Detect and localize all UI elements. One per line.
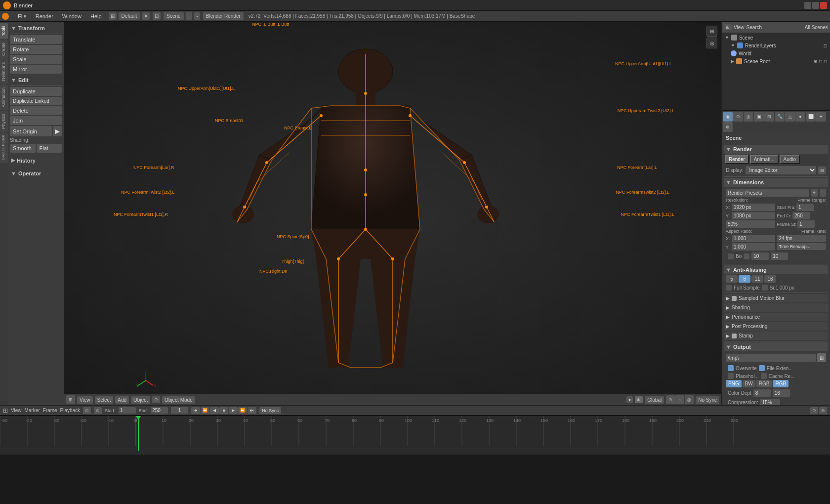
scene-add[interactable]: + (186, 12, 193, 20)
frame-step-input[interactable] (797, 220, 815, 228)
prop-tab-object[interactable]: ▣ (754, 112, 764, 122)
object-button[interactable]: Object (131, 396, 150, 404)
render-menu[interactable]: Render (32, 12, 57, 20)
delete-button[interactable]: Delete (10, 106, 62, 115)
flat-button[interactable]: Flat (37, 144, 62, 153)
viewport-canvas[interactable]: NPC UpperArm[Ulat1][Ut1].L NPC UpperArm[… (64, 22, 721, 405)
outliner-renderlayers[interactable]: ▼ RenderLayers ◻ (723, 42, 829, 49)
color-depth-input[interactable] (753, 389, 771, 397)
prop-tab-constraint[interactable]: ⊞ (764, 112, 774, 122)
global-button[interactable]: Global (645, 396, 664, 404)
set-origin-button[interactable]: Set Origin (10, 126, 52, 136)
view-full-btn[interactable]: ⊞ (706, 26, 717, 37)
prop-tab-texture[interactable]: ⬜ (806, 112, 816, 122)
view-button[interactable]: View (77, 396, 93, 404)
color-depth-input2[interactable] (773, 389, 790, 397)
aspect-x-input[interactable] (732, 235, 775, 242)
duplicate-linked-button[interactable]: Duplicate Linked (10, 97, 62, 105)
translate-button[interactable]: Translate (10, 35, 62, 44)
end-input[interactable] (151, 407, 168, 414)
play-btn[interactable]: ▶ (229, 407, 238, 414)
timeline-icon-btn[interactable]: ⊙ (83, 407, 91, 414)
snap-icon[interactable]: ⊙ (666, 395, 675, 404)
fps-input[interactable] (777, 235, 827, 242)
window-menu[interactable]: Window (58, 12, 85, 20)
rgba-btn[interactable]: RGB (773, 380, 788, 387)
outliner-sceneroot[interactable]: ▶ Scene Root ⊕ ◻ ◻ (723, 57, 829, 65)
pivot-icon[interactable]: ⊕ (635, 396, 643, 403)
timeline-body[interactable]: -50 -40 -30 -20 -10 0 10 (0, 416, 830, 455)
minimize-button[interactable] (804, 2, 811, 9)
view-camera-btn[interactable]: ◎ (706, 38, 717, 48)
engine-selector[interactable]: Blender Render (203, 12, 244, 20)
resolution-y-input[interactable] (732, 212, 775, 219)
post-processing-row[interactable]: ▶ Post Processing (724, 322, 828, 331)
close-button[interactable] (820, 2, 827, 9)
start-input[interactable] (119, 407, 136, 414)
operator-section-header[interactable]: ▼ Operator (10, 169, 62, 178)
outliner-search-label[interactable]: Search (747, 25, 762, 30)
prop-tab-modifier[interactable]: 🔧 (775, 112, 785, 122)
overwrite-checkbox[interactable] (728, 365, 734, 371)
presets-del-btn[interactable]: - (820, 189, 826, 197)
scene-selector[interactable]: Scene (164, 12, 183, 20)
render-tab-audio[interactable]: Audio (780, 155, 800, 164)
timeline-icon2-btn[interactable]: ⊙ (94, 407, 102, 414)
proportional-icon[interactable]: ◎ (685, 395, 694, 404)
statusbar-icon-2[interactable]: ⊛ (819, 407, 827, 414)
viewport[interactable]: User Persp (64, 22, 721, 405)
no-sync-button[interactable]: No Sync (696, 396, 719, 404)
render-section-header[interactable]: ▼ Render (724, 145, 828, 154)
aa-5[interactable]: 5 (726, 275, 738, 283)
tab-physics[interactable]: Physics (0, 111, 8, 132)
display-select[interactable]: Image Editor (746, 166, 816, 174)
no-sync-status-btn[interactable]: No Sync (259, 407, 281, 414)
tab-grease-pencil[interactable]: Grease Pencil (0, 132, 8, 163)
anti-aliasing-header[interactable]: ▼ Anti-Aliasing (724, 265, 828, 274)
tab-tools[interactable]: Tools (0, 23, 8, 39)
mode-button[interactable]: Object Mode (162, 396, 195, 404)
stamp-row[interactable]: ▶ Stamp (724, 332, 828, 340)
snap-icon2[interactable]: ↕ (675, 395, 684, 404)
outliner-view-icon[interactable]: ⊞ (724, 24, 732, 30)
prop-tab-data[interactable]: △ (785, 112, 795, 122)
scale-button[interactable]: Scale (10, 55, 62, 64)
render-presets-input[interactable] (726, 189, 809, 197)
file-ext-checkbox[interactable] (759, 365, 765, 371)
remap1-input[interactable] (751, 252, 769, 260)
play-reverse-btn[interactable]: ◀ (210, 407, 219, 414)
step-fwd-btn[interactable]: ⏩ (238, 407, 247, 414)
prop-tab-world[interactable]: ◎ (744, 112, 753, 122)
compression-input[interactable] (760, 399, 780, 405)
jump-end-btn[interactable]: ⏭ (248, 407, 256, 414)
outliner-scene[interactable]: ▼ Scene (723, 34, 829, 42)
bo-checkbox[interactable] (728, 253, 734, 259)
png-btn[interactable]: PNG (726, 380, 742, 387)
si-checkbox[interactable] (762, 285, 768, 291)
viewport-shading-icon[interactable]: ● (626, 396, 633, 403)
render-tab-render[interactable]: Render (725, 155, 749, 164)
outliner-view-label[interactable]: View (734, 25, 745, 30)
workspace-close[interactable]: ✕ (142, 12, 150, 20)
motion-blur-row[interactable]: ▶ Sampled Motion Blur (724, 294, 828, 302)
prop-tab-particles[interactable]: ✦ (816, 112, 826, 122)
display-options-btn[interactable]: ⊞ (818, 167, 826, 174)
prop-tab-material[interactable]: ● (795, 112, 805, 122)
jump-start-btn[interactable]: ⏮ (191, 407, 200, 414)
placeholder-checkbox[interactable] (728, 373, 734, 379)
statusbar-frame[interactable]: Frame (43, 408, 57, 413)
prop-tab-physics[interactable]: ⊛ (723, 122, 733, 132)
smooth-button[interactable]: Smooth (10, 144, 36, 153)
help-menu[interactable]: Help (86, 12, 106, 20)
set-origin-dropdown[interactable]: ▶ (53, 126, 62, 136)
prop-tab-render[interactable]: ◉ (723, 112, 733, 122)
render-tab-anim[interactable]: Animati... (750, 155, 779, 164)
performance-row[interactable]: ▶ Performance (724, 313, 828, 321)
bo-checkbox2[interactable] (744, 253, 749, 259)
renderlayer-icon2[interactable]: ◻ (824, 43, 827, 48)
aa-8[interactable]: 8 (739, 275, 750, 283)
stop-btn[interactable]: ■ (219, 407, 228, 414)
select-button[interactable]: Select (95, 396, 114, 404)
start-frame-input[interactable] (796, 204, 814, 211)
transform-section-header[interactable]: ▼ Transform (10, 24, 62, 33)
